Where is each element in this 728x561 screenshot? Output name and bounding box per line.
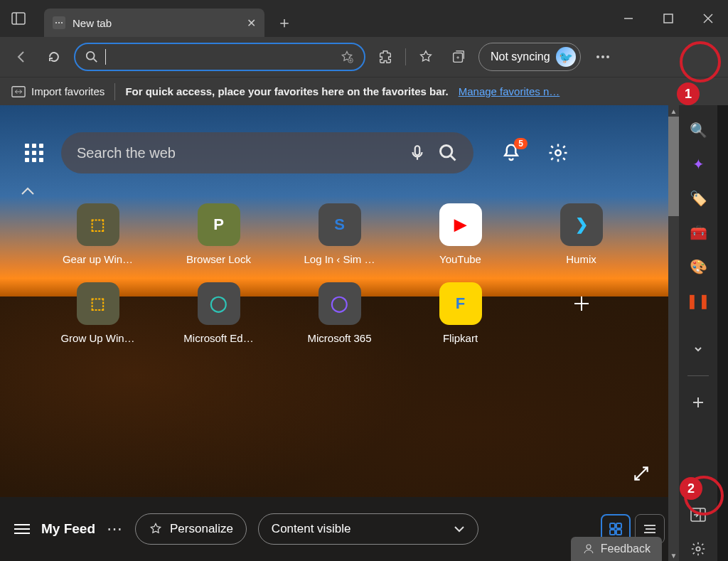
search-placeholder: Search the web bbox=[77, 145, 397, 161]
title-bar: ⋯ New tab ✕ ＋ bbox=[0, 0, 728, 37]
voice-search-icon[interactable] bbox=[408, 144, 427, 162]
favbar-separator bbox=[114, 83, 115, 100]
tile-icon: P bbox=[213, 215, 224, 234]
tab-title: New tab bbox=[73, 17, 240, 29]
quick-link-tile[interactable]: SLog In ‹ Sim … bbox=[287, 203, 393, 265]
tile-label: Log In ‹ Sim … bbox=[304, 253, 375, 265]
feedback-button[interactable]: Feedback bbox=[571, 537, 662, 561]
tile-label: Microsoft Ed… bbox=[183, 332, 253, 344]
search-icon bbox=[85, 50, 98, 63]
favorites-button[interactable] bbox=[413, 44, 439, 70]
add-quick-link-button[interactable] bbox=[528, 282, 635, 344]
quick-link-tile[interactable]: ⬚Grow Up Win… bbox=[45, 282, 151, 344]
quick-link-tile[interactable]: PBrowser Lock bbox=[166, 203, 272, 265]
personalize-label: Personalize bbox=[170, 522, 233, 536]
feed-more-button[interactable]: ⋯ bbox=[107, 520, 124, 538]
collapse-tiles-button[interactable] bbox=[20, 186, 659, 196]
toolbar-separator bbox=[405, 48, 406, 65]
close-tab-button[interactable]: ✕ bbox=[247, 16, 256, 30]
hide-sidebar-button[interactable] bbox=[686, 503, 710, 527]
office-icon[interactable]: ❚❚ bbox=[686, 289, 710, 313]
search-icon[interactable]: 🔍 bbox=[686, 118, 710, 142]
minimize-button[interactable] bbox=[609, 0, 648, 37]
svg-rect-20 bbox=[415, 146, 420, 155]
address-bar[interactable] bbox=[74, 43, 365, 71]
scroll-down-icon[interactable]: ▼ bbox=[668, 550, 679, 561]
close-window-button[interactable] bbox=[688, 0, 728, 37]
vertical-tabs-button[interactable] bbox=[0, 0, 37, 37]
quick-link-tile[interactable]: FFlipkart bbox=[407, 282, 514, 344]
sidebar-settings-button[interactable] bbox=[686, 537, 710, 561]
refresh-button[interactable] bbox=[41, 44, 67, 70]
sparkle-icon[interactable]: ✦ bbox=[686, 152, 710, 176]
new-tab-page: Search the web 5 ⬚Gear up Win…PBrowser L… bbox=[0, 105, 679, 561]
svg-line-7 bbox=[94, 59, 97, 63]
tile-icon: ❯ bbox=[575, 215, 588, 234]
app-launcher-button[interactable] bbox=[20, 139, 48, 167]
tile-icon: ◯ bbox=[210, 294, 228, 313]
tile-label: Browser Lock bbox=[186, 253, 251, 265]
favorite-star-icon[interactable] bbox=[340, 50, 354, 64]
sidebar-separator bbox=[687, 375, 709, 376]
svg-rect-27 bbox=[616, 523, 621, 528]
tile-icon: ⬚ bbox=[90, 215, 105, 234]
back-button[interactable] bbox=[9, 44, 34, 70]
search-submit-icon[interactable] bbox=[438, 143, 458, 163]
import-favorites-button[interactable]: Import favorites bbox=[11, 85, 105, 98]
maximize-button[interactable] bbox=[648, 0, 688, 37]
notifications-button[interactable]: 5 bbox=[500, 142, 522, 164]
svg-point-18 bbox=[606, 55, 609, 58]
personalize-button[interactable]: Personalize bbox=[135, 513, 247, 545]
quick-link-tile[interactable]: ◯Microsoft 365 bbox=[287, 282, 393, 344]
content-visible-dropdown[interactable]: Content visible bbox=[258, 513, 478, 545]
svg-rect-29 bbox=[616, 530, 621, 535]
annotation-badge-1: 1 bbox=[677, 82, 700, 105]
favorites-bar: Import favorites For quick access, place… bbox=[0, 77, 728, 105]
sync-status-label: Not syncing bbox=[491, 50, 550, 63]
tile-label: YouTube bbox=[439, 253, 481, 265]
quick-link-tile[interactable]: ❯Humix bbox=[528, 203, 635, 265]
svg-rect-28 bbox=[610, 530, 615, 535]
star-icon bbox=[149, 522, 163, 536]
collections-button[interactable] bbox=[446, 44, 471, 70]
quick-link-tile[interactable]: ⬚Gear up Win… bbox=[45, 203, 151, 265]
gear-icon bbox=[547, 142, 569, 164]
svg-point-6 bbox=[87, 52, 95, 60]
scroll-up-icon[interactable]: ▲ bbox=[668, 105, 679, 117]
sidebar-more-button[interactable] bbox=[686, 337, 710, 361]
tile-icon: S bbox=[334, 215, 345, 234]
content-visible-label: Content visible bbox=[272, 522, 351, 536]
tab-favicon-icon: ⋯ bbox=[53, 16, 65, 29]
tile-label: Humix bbox=[566, 253, 596, 265]
web-search-input[interactable]: Search the web bbox=[61, 132, 473, 173]
tile-icon: F bbox=[456, 294, 465, 313]
page-settings-button[interactable] bbox=[547, 142, 569, 164]
svg-rect-26 bbox=[610, 523, 615, 528]
svg-rect-0 bbox=[12, 13, 25, 24]
svg-point-23 bbox=[555, 150, 561, 156]
new-tab-button[interactable]: ＋ bbox=[270, 9, 299, 37]
scroll-thumb[interactable] bbox=[668, 117, 679, 216]
quick-link-tile[interactable]: ◯Microsoft Ed… bbox=[166, 282, 272, 344]
games-icon[interactable]: 🎨 bbox=[686, 255, 710, 279]
shopping-icon[interactable]: 🧰 bbox=[686, 220, 710, 245]
import-icon bbox=[11, 85, 26, 98]
favbar-hint: For quick access, place your favorites h… bbox=[125, 85, 448, 97]
quick-link-tile[interactable]: ▶YouTube bbox=[407, 203, 514, 265]
svg-rect-3 bbox=[664, 14, 673, 23]
feed-menu-button[interactable] bbox=[14, 524, 30, 534]
extensions-button[interactable] bbox=[373, 44, 398, 70]
manage-favorites-link[interactable]: Manage favorites n… bbox=[459, 85, 560, 97]
tile-icon: ⬚ bbox=[90, 294, 105, 313]
page-scrollbar[interactable]: ▲ ▼ bbox=[668, 105, 679, 561]
import-favorites-label: Import favorites bbox=[31, 85, 105, 97]
notifications-count: 5 bbox=[514, 138, 528, 149]
tag-icon[interactable]: 🏷️ bbox=[686, 186, 710, 210]
profile-button[interactable]: Not syncing 🐦 bbox=[478, 43, 581, 71]
expand-button[interactable] bbox=[632, 464, 651, 483]
browser-tab[interactable]: ⋯ New tab ✕ bbox=[44, 9, 264, 37]
tile-icon: ▶ bbox=[454, 215, 466, 234]
settings-and-more-button[interactable] bbox=[588, 42, 618, 72]
tile-label: Microsoft 365 bbox=[307, 332, 371, 344]
sidebar-add-button[interactable] bbox=[686, 390, 710, 415]
